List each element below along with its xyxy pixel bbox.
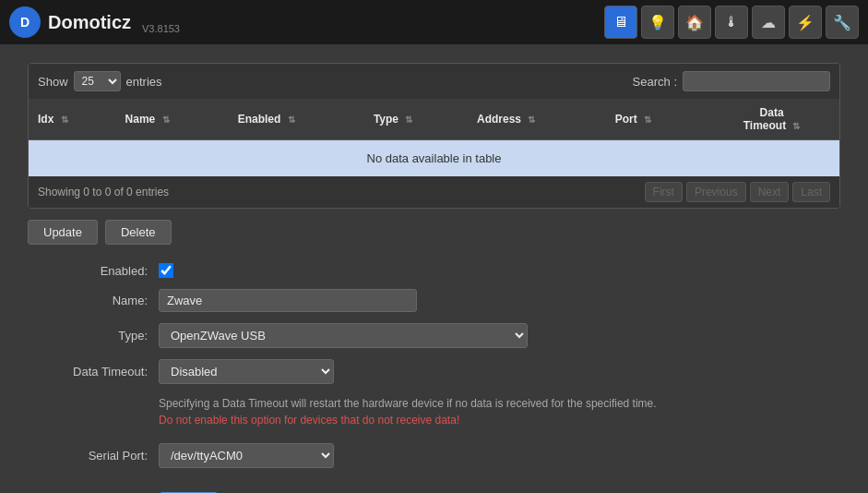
- col-enabled[interactable]: Enabled ⇅: [229, 99, 364, 140]
- serial-port-select[interactable]: /dev/ttyACM0 /dev/ttyUSB0 /dev/ttyUSB1: [159, 443, 334, 468]
- enabled-row: Enabled:: [37, 263, 840, 278]
- weather-nav-button[interactable]: ☁: [752, 6, 785, 39]
- table-info: Showing 0 to 0 of 0 entries: [38, 186, 169, 198]
- scenes-nav-button[interactable]: 🏠: [678, 6, 711, 39]
- sort-port-icon: ⇅: [644, 114, 651, 125]
- no-data-cell: No data available in table: [29, 140, 839, 177]
- enabled-label: Enabled:: [37, 264, 148, 278]
- type-label: Type:: [37, 329, 148, 343]
- show-label: Show: [38, 75, 68, 89]
- col-name[interactable]: Name ⇅: [116, 99, 229, 140]
- hardware-table: Idx ⇅ Name ⇅ Enabled ⇅ Type ⇅ Address ⇅ …: [29, 99, 839, 176]
- sort-address-icon: ⇅: [528, 114, 535, 125]
- sort-timeout-icon: ⇅: [792, 121, 800, 131]
- name-row: Name:: [37, 289, 840, 312]
- table-footer: Showing 0 to 0 of 0 entries First Previo…: [29, 176, 839, 208]
- app-version: V3.8153: [142, 23, 180, 34]
- hardware-form: Enabled: Name: Type: OpenZWave USB OpenZ…: [28, 263, 840, 493]
- settings-nav-button[interactable]: 🔧: [826, 6, 859, 39]
- data-timeout-row: Data Timeout: Disabled 1 Minute 5 Minute…: [37, 359, 840, 384]
- search-label: Search :: [633, 75, 677, 89]
- data-timeout-label: Data Timeout:: [37, 365, 148, 379]
- data-timeout-note: Specifying a Data Timeout will restart t…: [159, 395, 694, 428]
- add-button-container: Add: [37, 483, 840, 493]
- header: D Domoticz V3.8153 🖥 💡 🏠 🌡 ☁ ⚡ 🔧: [0, 0, 868, 44]
- first-page-button[interactable]: First: [645, 182, 683, 202]
- search-area: Search :: [633, 71, 830, 91]
- col-port[interactable]: Port ⇅: [606, 99, 705, 140]
- sort-enabled-icon: ⇅: [288, 114, 295, 125]
- sort-type-icon: ⇅: [405, 114, 412, 125]
- data-timeout-select[interactable]: Disabled 1 Minute 5 Minutes 10 Minutes 3…: [159, 359, 334, 384]
- serial-port-label: Serial Port:: [37, 449, 148, 463]
- type-row: Type: OpenZWave USB OpenZWave USB (Stati…: [37, 323, 840, 348]
- app-name: Domoticz: [48, 12, 131, 33]
- update-button[interactable]: Update: [28, 220, 98, 245]
- header-nav: 🖥 💡 🏠 🌡 ☁ ⚡ 🔧: [604, 6, 859, 39]
- search-input[interactable]: [683, 71, 830, 91]
- devices-nav-button[interactable]: 🖥: [604, 6, 637, 39]
- main-content: Show 10 25 50 100 entries Search : Idx ⇅…: [0, 44, 868, 493]
- table-header: Idx ⇅ Name ⇅ Enabled ⇅ Type ⇅ Address ⇅ …: [29, 99, 839, 140]
- table-body: No data available in table: [29, 140, 839, 177]
- col-idx[interactable]: Idx ⇅: [29, 99, 116, 140]
- previous-page-button[interactable]: Previous: [686, 182, 746, 202]
- serial-port-row: Serial Port: /dev/ttyACM0 /dev/ttyUSB0 /…: [37, 443, 840, 468]
- hardware-table-container: Show 10 25 50 100 entries Search : Idx ⇅…: [28, 63, 840, 209]
- col-type[interactable]: Type ⇅: [364, 99, 468, 140]
- data-timeout-warning: Do not enable this option for devices th…: [159, 414, 459, 427]
- type-select[interactable]: OpenZWave USB OpenZWave USB (Static) RFL…: [159, 323, 528, 348]
- col-data-timeout[interactable]: DataTimeout ⇅: [704, 99, 839, 140]
- delete-button[interactable]: Delete: [105, 220, 172, 245]
- pagination: First Previous Next Last: [645, 182, 830, 202]
- action-buttons: Update Delete: [28, 220, 840, 245]
- next-page-button[interactable]: Next: [750, 182, 790, 202]
- show-entries: Show 10 25 50 100 entries: [38, 71, 162, 91]
- entries-label: entries: [126, 75, 162, 89]
- no-data-row: No data available in table: [29, 140, 839, 177]
- utilities-nav-button[interactable]: ⚡: [789, 6, 822, 39]
- table-controls: Show 10 25 50 100 entries Search :: [29, 64, 839, 99]
- sort-idx-icon: ⇅: [61, 114, 68, 125]
- data-timeout-note-text: Specifying a Data Timeout will restart t…: [159, 397, 657, 410]
- col-address[interactable]: Address ⇅: [468, 99, 606, 140]
- sort-name-icon: ⇅: [162, 114, 170, 125]
- logo-icon: D: [9, 6, 41, 38]
- name-input[interactable]: [159, 289, 417, 312]
- last-page-button[interactable]: Last: [792, 182, 830, 202]
- enabled-checkbox[interactable]: [159, 263, 173, 278]
- logo: D Domoticz V3.8153: [9, 6, 180, 38]
- name-label: Name:: [37, 294, 148, 307]
- temperature-nav-button[interactable]: 🌡: [715, 6, 748, 39]
- lights-nav-button[interactable]: 💡: [641, 6, 674, 39]
- entries-per-page-select[interactable]: 10 25 50 100: [74, 71, 121, 91]
